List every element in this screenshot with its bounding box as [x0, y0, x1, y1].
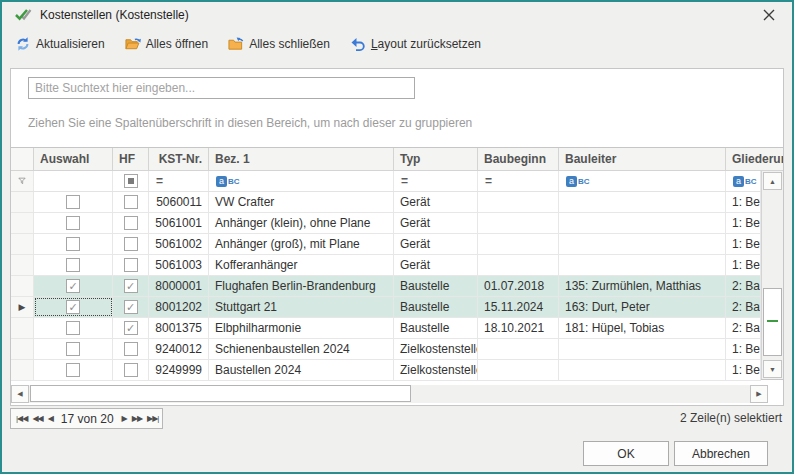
- header-gliederung[interactable]: Gliederung: [726, 148, 783, 170]
- cell-baubeginn[interactable]: 18.10.2021: [478, 318, 559, 338]
- cell-hf[interactable]: [113, 192, 149, 212]
- header-hf[interactable]: HF: [113, 148, 149, 170]
- checkbox[interactable]: [66, 216, 80, 230]
- open-all-button[interactable]: Alles öffnen: [118, 33, 216, 55]
- cell-gliederung[interactable]: 1: Betri: [726, 255, 761, 275]
- cell-gliederung[interactable]: 2: Bauh: [726, 297, 761, 317]
- checkbox[interactable]: [66, 363, 80, 377]
- checkbox[interactable]: ✓: [66, 300, 80, 314]
- cell-bez-1[interactable]: Anhänger (groß), mit Plane: [209, 234, 394, 254]
- cell-kst-nr[interactable]: 5061003: [149, 255, 209, 275]
- cell-bez-1[interactable]: Schienenbaustellen 2024: [209, 339, 394, 359]
- table-row[interactable]: 9240012Schienenbaustellen 2024Zielkosten…: [11, 339, 761, 360]
- table-row[interactable]: ✓8001375ElbphilharmonieBaustelle18.10.20…: [11, 318, 761, 339]
- group-by-panel[interactable]: Ziehen Sie eine Spaltenüberschrift in di…: [11, 107, 783, 139]
- filter-kst-nr[interactable]: =: [149, 171, 209, 191]
- cell-hf[interactable]: [113, 339, 149, 359]
- search-input[interactable]: [28, 77, 415, 99]
- first-page-button[interactable]: |◀◀: [16, 414, 27, 423]
- cell-kst-nr[interactable]: 8001202: [149, 297, 209, 317]
- cell-auswahl[interactable]: [34, 192, 113, 212]
- cell-gliederung[interactable]: 1: Betri: [726, 192, 761, 212]
- cell-hf[interactable]: ✓: [113, 297, 149, 317]
- filter-bez-1[interactable]: aBC: [209, 171, 394, 191]
- cell-baubeginn[interactable]: 01.07.2018: [478, 276, 559, 296]
- cell-gliederung[interactable]: 2: Bauh: [726, 276, 761, 296]
- close-all-button[interactable]: Alles schließen: [221, 33, 337, 55]
- cell-bez-1[interactable]: Anhänger (klein), ohne Plane: [209, 213, 394, 233]
- cell-hf[interactable]: [113, 255, 149, 275]
- cell-bauleiter[interactable]: [559, 213, 726, 233]
- filter-hf[interactable]: [113, 171, 149, 191]
- cell-kst-nr[interactable]: 9240012: [149, 339, 209, 359]
- cell-typ[interactable]: Gerät: [394, 192, 478, 212]
- checkbox[interactable]: [66, 342, 80, 356]
- cell-hf[interactable]: [113, 360, 149, 380]
- cell-auswahl[interactable]: [34, 339, 113, 359]
- checkbox[interactable]: ✓: [124, 279, 138, 293]
- cell-auswahl[interactable]: [34, 234, 113, 254]
- cell-bauleiter[interactable]: 163: Durt, Peter: [559, 297, 726, 317]
- cell-baubeginn[interactable]: [478, 360, 559, 380]
- close-button[interactable]: [758, 6, 780, 24]
- filter-bauleiter[interactable]: aBC: [559, 171, 726, 191]
- filter-typ[interactable]: =: [394, 171, 478, 191]
- cell-typ[interactable]: Baustelle: [394, 276, 478, 296]
- cell-bez-1[interactable]: Kofferanhänger: [209, 255, 394, 275]
- checkbox[interactable]: [124, 237, 138, 251]
- cell-bauleiter[interactable]: [559, 339, 726, 359]
- cell-gliederung[interactable]: 1: Betri: [726, 234, 761, 254]
- cell-baubeginn[interactable]: [478, 192, 559, 212]
- reset-layout-button[interactable]: Layout zurücksetzen: [343, 33, 488, 55]
- cell-kst-nr[interactable]: 5060011: [149, 192, 209, 212]
- checkbox[interactable]: [66, 258, 80, 272]
- cell-typ[interactable]: Gerät: [394, 234, 478, 254]
- header-typ[interactable]: Typ: [394, 148, 478, 170]
- cell-gliederung[interactable]: 1: Betri: [726, 360, 761, 380]
- cell-kst-nr[interactable]: 8000001: [149, 276, 209, 296]
- header-bez-1[interactable]: Bez. 1: [209, 148, 394, 170]
- checkbox[interactable]: [124, 363, 138, 377]
- refresh-button[interactable]: Aktualisieren: [8, 33, 112, 55]
- cell-kst-nr[interactable]: 5061002: [149, 234, 209, 254]
- cell-typ[interactable]: Gerät: [394, 255, 478, 275]
- next-page-button[interactable]: ▶: [122, 414, 127, 423]
- cell-gliederung[interactable]: 1: Betri: [726, 339, 761, 359]
- cell-kst-nr[interactable]: 9249999: [149, 360, 209, 380]
- table-row[interactable]: 9249999Baustellen 2024Zielkostenstelle1:…: [11, 360, 761, 381]
- table-row[interactable]: ✓✓8000001Flughafen Berlin-BrandenburgBau…: [11, 276, 761, 297]
- indeterminate-checkbox[interactable]: [124, 174, 138, 188]
- vertical-scrollbar[interactable]: ▲ ▼: [761, 171, 783, 379]
- checkbox[interactable]: [124, 195, 138, 209]
- scroll-right-button[interactable]: ▶: [750, 385, 768, 403]
- checkbox[interactable]: [124, 216, 138, 230]
- horizontal-scrollbar-thumb[interactable]: [30, 385, 411, 402]
- cell-bez-1[interactable]: Flughafen Berlin-Brandenburg: [209, 276, 394, 296]
- cell-bauleiter[interactable]: [559, 192, 726, 212]
- cell-bauleiter[interactable]: 135: Zurmühlen, Matthias: [559, 276, 726, 296]
- cell-bez-1[interactable]: VW Crafter: [209, 192, 394, 212]
- cell-bez-1[interactable]: Baustellen 2024: [209, 360, 394, 380]
- table-row[interactable]: 5061001Anhänger (klein), ohne PlaneGerät…: [11, 213, 761, 234]
- cell-auswahl[interactable]: [34, 360, 113, 380]
- prev-page-button[interactable]: ◀: [48, 414, 53, 423]
- checkbox[interactable]: [66, 237, 80, 251]
- cell-auswahl[interactable]: [34, 318, 113, 338]
- cell-bauleiter[interactable]: [559, 234, 726, 254]
- last-page-button[interactable]: ▶▶|: [147, 414, 158, 423]
- scroll-down-button[interactable]: ▼: [763, 360, 782, 378]
- cell-baubeginn[interactable]: [478, 234, 559, 254]
- scroll-up-button[interactable]: ▲: [763, 172, 782, 190]
- cell-hf[interactable]: ✓: [113, 318, 149, 338]
- checkbox[interactable]: ✓: [124, 321, 138, 335]
- cell-baubeginn[interactable]: [478, 339, 559, 359]
- table-row[interactable]: 5060011VW CrafterGerät1: Betri: [11, 192, 761, 213]
- filter-baubeginn[interactable]: =: [478, 171, 559, 191]
- checkbox[interactable]: [66, 321, 80, 335]
- cell-bauleiter[interactable]: [559, 360, 726, 380]
- cell-auswahl[interactable]: ✓: [34, 297, 113, 317]
- cell-bez-1[interactable]: Stuttgart 21: [209, 297, 394, 317]
- cell-hf[interactable]: [113, 213, 149, 233]
- table-row[interactable]: 5061002Anhänger (groß), mit PlaneGerät1:…: [11, 234, 761, 255]
- cell-bauleiter[interactable]: 181: Hüpel, Tobias: [559, 318, 726, 338]
